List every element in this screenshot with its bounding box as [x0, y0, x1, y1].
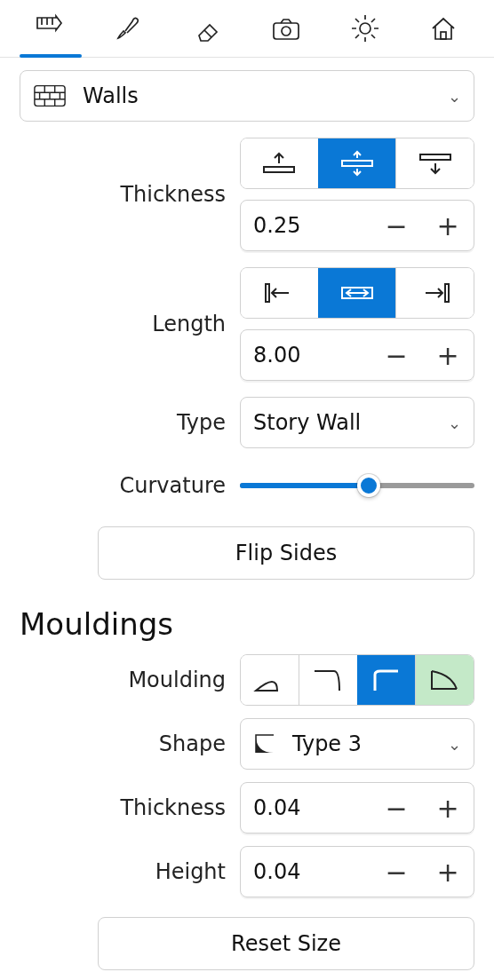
shape-value: Type 3 [292, 731, 362, 756]
thickness-value[interactable]: 0.25 [241, 213, 370, 238]
flip-sides-button[interactable]: Flip Sides [98, 526, 474, 580]
svg-rect-3 [441, 32, 446, 39]
brick-wall-icon [33, 83, 67, 108]
moulding-thickness-label: Thickness [20, 795, 240, 820]
length-increment[interactable]: + [422, 330, 474, 380]
type-select[interactable]: Story Wall ⌄ [240, 397, 474, 448]
curvature-row: Curvature [20, 464, 474, 507]
tab-sun[interactable] [334, 12, 396, 48]
thickness-mode-both[interactable] [318, 138, 396, 188]
moulding-height-decrement[interactable]: − [370, 847, 422, 897]
properties-panel: Walls ⌄ Thickness 0.25 − + [0, 58, 494, 980]
tool-tabstrip [0, 0, 494, 58]
type-value: Story Wall [253, 410, 361, 435]
svg-rect-5 [264, 167, 294, 172]
moulding-height-increment[interactable]: + [422, 847, 474, 897]
length-decrement[interactable]: − [370, 330, 422, 380]
length-row: Length 8.00 − + [20, 267, 474, 381]
tab-eraser[interactable] [177, 12, 239, 48]
moulding-thickness-decrement[interactable]: − [370, 783, 422, 833]
moulding-opt-radius[interactable] [357, 655, 416, 705]
ruler-icon [35, 12, 67, 48]
thickness-decrement[interactable]: − [370, 201, 422, 250]
slider-fill [240, 483, 369, 488]
moulding-opt-chamfer[interactable] [415, 655, 474, 705]
thickness-mode-down[interactable] [395, 138, 474, 188]
thickness-mode-toggle [240, 138, 474, 189]
length-stepper: 8.00 − + [240, 329, 474, 381]
moulding-thickness-value[interactable]: 0.04 [241, 795, 370, 820]
svg-rect-8 [266, 284, 269, 302]
svg-point-1 [282, 27, 291, 36]
tab-house[interactable] [412, 12, 474, 48]
length-mode-left[interactable] [241, 268, 318, 318]
moulding-thickness-increment[interactable]: + [422, 783, 474, 833]
tab-brush[interactable] [98, 12, 160, 48]
svg-point-2 [360, 23, 370, 34]
type-row: Type Story Wall ⌄ [20, 397, 474, 448]
chevron-down-icon: ⌄ [448, 87, 461, 106]
svg-rect-6 [342, 161, 372, 166]
length-mode-both[interactable] [318, 268, 396, 318]
moulding-toggle [240, 654, 474, 706]
length-mode-right[interactable] [395, 268, 474, 318]
type-label: Type [20, 410, 240, 435]
camera-icon [270, 12, 302, 48]
slider-thumb[interactable] [357, 474, 380, 497]
thickness-mode-up[interactable] [241, 138, 318, 188]
length-label: Length [20, 312, 240, 336]
shape-type3-icon [253, 732, 276, 755]
svg-rect-0 [274, 23, 299, 39]
eraser-icon [192, 12, 224, 48]
chevron-down-icon: ⌄ [448, 414, 461, 432]
thickness-stepper: 0.25 − + [240, 200, 474, 251]
moulding-height-row: Height 0.04 − + [20, 846, 474, 897]
moulding-opt-cornice[interactable] [299, 655, 357, 705]
curvature-slider[interactable] [240, 464, 474, 507]
chevron-down-icon: ⌄ [448, 735, 461, 754]
svg-rect-10 [445, 284, 449, 302]
thickness-increment[interactable]: + [422, 201, 474, 250]
moulding-thickness-row: Thickness 0.04 − + [20, 782, 474, 834]
category-label: Walls [83, 83, 139, 108]
shape-label: Shape [20, 731, 240, 756]
shape-select[interactable]: Type 3 ⌄ [240, 718, 474, 770]
moulding-opt-baseboard[interactable] [241, 655, 299, 705]
moulding-height-value[interactable]: 0.04 [241, 859, 370, 884]
moulding-label: Moulding [20, 668, 240, 692]
thickness-row: Thickness 0.25 − + [20, 138, 474, 251]
curvature-label: Curvature [20, 473, 240, 498]
brush-icon [113, 12, 145, 48]
moulding-thickness-stepper: 0.04 − + [240, 782, 474, 834]
tab-measure[interactable] [20, 12, 82, 48]
reset-size-button[interactable]: Reset Size [98, 917, 474, 970]
moulding-height-stepper: 0.04 − + [240, 846, 474, 897]
thickness-label: Thickness [20, 182, 240, 207]
sun-icon [349, 12, 381, 48]
moulding-height-label: Height [20, 859, 240, 884]
svg-rect-7 [420, 154, 450, 160]
shape-row: Shape Type 3 ⌄ [20, 718, 474, 770]
mouldings-heading: Mouldings [20, 606, 474, 642]
house-icon [427, 12, 459, 48]
length-value[interactable]: 8.00 [241, 343, 370, 368]
length-mode-toggle [240, 267, 474, 319]
tab-camera[interactable] [255, 12, 317, 48]
moulding-row: Moulding [20, 654, 474, 706]
category-select[interactable]: Walls ⌄ [20, 70, 474, 122]
